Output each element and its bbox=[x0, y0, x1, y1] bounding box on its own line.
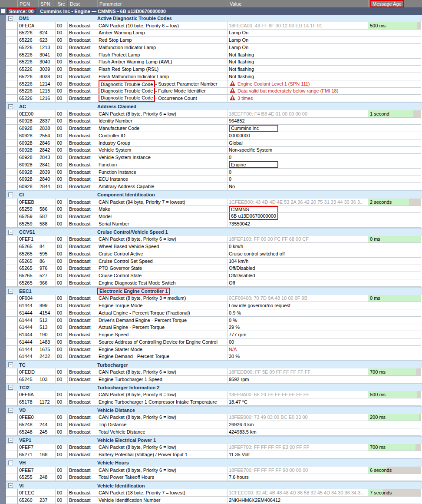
source-row[interactable]: − Source: 00 Cummins Inc • Engine — CMMN… bbox=[0, 7, 422, 15]
pgn-cell: 60928 bbox=[17, 125, 38, 132]
value-text: 0 bbox=[229, 169, 231, 175]
table-row[interactable]: 60928284300BroadcastVehicle System Insta… bbox=[6, 154, 422, 161]
table-row[interactable]: 6527116800BroadcastBattery Potential (Vo… bbox=[6, 451, 422, 458]
column-header-message-age[interactable]: Message Age bbox=[368, 0, 422, 7]
section-header-row[interactable]: −EEC1Electronic Engine Controller 1 bbox=[6, 288, 422, 295]
table-row[interactable]: 0FE9A00BroadcastCAN Packet (8 byte, Prio… bbox=[6, 391, 422, 398]
table-row[interactable]: 6144419000BroadcastEngine Speed777 rpm bbox=[6, 331, 422, 338]
parameter-cell: CAN Packet (94 byte, Priority 7 = lowest… bbox=[97, 199, 227, 206]
collapse-toggle-icon[interactable]: − bbox=[8, 408, 13, 413]
src-cell: 00 bbox=[56, 36, 68, 44]
message-age-cell bbox=[368, 317, 421, 324]
table-row[interactable]: 6526559500BroadcastCruise Control Active… bbox=[6, 250, 422, 258]
table-row[interactable]: 65178117200BroadcastEngine Turbocharger … bbox=[6, 398, 422, 406]
collapse-toggle-icon[interactable]: − bbox=[8, 385, 13, 390]
table-row[interactable]: 61444243200BroadcastEngine Demand - Perc… bbox=[6, 353, 422, 361]
column-header-spn[interactable]: SPN bbox=[38, 0, 56, 7]
table-row[interactable]: 65226304000BroadcastFlash Amber Warning … bbox=[6, 59, 422, 66]
section-header-row[interactable]: −DM1Active Diagnostic Trouble Codes bbox=[6, 15, 422, 22]
table-row[interactable]: 60928284400BroadcastArbitrary Address Ca… bbox=[6, 183, 422, 190]
table-row[interactable]: 6524824400BroadcastTrip Distance26926.4 … bbox=[6, 421, 422, 428]
table-row[interactable]: 6525958800BroadcastSerial Number73550042 bbox=[6, 220, 422, 228]
parameter-cell: Cruise Control State bbox=[97, 272, 227, 279]
table-row[interactable]: 6526596600BroadcastEngine Diagnostic Tes… bbox=[6, 279, 422, 287]
collapse-toggle-icon[interactable]: − bbox=[8, 289, 13, 294]
table-row[interactable]: 0FEEB00BroadcastCAN Packet (94 byte, Pri… bbox=[6, 199, 422, 206]
section-header-row[interactable]: −TCTurbocharger bbox=[6, 361, 422, 368]
table-row[interactable]: 61444167500BroadcastEngine Starter ModeN… bbox=[6, 346, 422, 353]
table-row[interactable]: 0FEE700BroadcastCAN Packet (8 byte, Prio… bbox=[6, 467, 422, 474]
table-row[interactable]: 6525958600BroadcastMakeCMMNS bbox=[6, 206, 422, 213]
table-row[interactable]: 65226121500BroadcastDiagnostic Trouble C… bbox=[6, 88, 422, 95]
table-row[interactable]: 65226304100BroadcastFlash Protect LampNo… bbox=[6, 51, 422, 59]
collapse-toggle-icon[interactable]: − bbox=[1, 9, 6, 13]
section-header-row[interactable]: −CIComponent Identification bbox=[6, 191, 422, 199]
table-row[interactable]: 61444415400BroadcastActual Engine - Perc… bbox=[6, 309, 422, 317]
table-row[interactable]: 6526023700BroadcastVehicle Identificatio… bbox=[6, 497, 422, 504]
table-row[interactable]: 65226303800BroadcastFlash Malfunction In… bbox=[6, 73, 422, 80]
table-row[interactable]: 6522662300BroadcastRed Stop LampLamp On bbox=[6, 36, 422, 44]
table-row[interactable]: 60928283800BroadcastManufacturer CodeCum… bbox=[6, 125, 422, 132]
value-cell: Data valid but moderately below range (F… bbox=[227, 88, 368, 95]
collapse-toggle-icon[interactable]: − bbox=[8, 362, 13, 367]
table-row[interactable]: 61444148300BroadcastSource Address of Co… bbox=[6, 338, 422, 346]
section-header-row[interactable]: −VHVehicle Hours bbox=[6, 459, 422, 467]
table-row[interactable]: 0FEF700BroadcastCAN Packet (8 byte, Prio… bbox=[6, 444, 422, 451]
table-row[interactable]: 60928283700BroadcastIdentity Number96485… bbox=[6, 118, 422, 125]
table-row[interactable]: 6525958700BroadcastModel6B u13D067000000… bbox=[6, 213, 422, 220]
table-row[interactable]: 652658600BroadcastCruise Control Set Spe… bbox=[6, 258, 422, 265]
table-row[interactable]: 0FECA00BroadcastCAN Packet (10 byte, Pri… bbox=[6, 22, 422, 30]
table-row[interactable]: 0FEEC00BroadcastCAN Packet (18 byte, Pri… bbox=[6, 489, 422, 497]
value-text: 1CFEEC00: 32 4E 4B 48 48 4D 36 58 32 45 … bbox=[229, 490, 363, 495]
column-header-value[interactable]: Value bbox=[227, 0, 368, 7]
table-row[interactable]: 6522662400BroadcastAmber Warning LampLam… bbox=[6, 30, 422, 37]
parameter-cell: Flash Protect Lamp bbox=[97, 51, 227, 59]
section-header-row[interactable]: −VIVehicle Identification bbox=[6, 482, 422, 489]
column-header-src[interactable]: Src bbox=[56, 0, 68, 7]
table-row[interactable]: 65226121600BroadcastDiagnostic Trouble C… bbox=[6, 95, 422, 102]
section-header-row[interactable]: −ACAddress Claimed bbox=[6, 103, 422, 110]
dest-cell: Broadcast bbox=[68, 467, 97, 474]
collapse-toggle-icon[interactable]: − bbox=[8, 483, 13, 488]
table-row[interactable]: 65226121300BroadcastMalfunction Indicato… bbox=[6, 44, 422, 51]
section-header-row[interactable]: −VDVehicle Distance bbox=[6, 407, 422, 414]
collapse-toggle-icon[interactable]: − bbox=[8, 192, 13, 197]
table-row[interactable]: 60928284600BroadcastIndustry GroupGlobal bbox=[6, 139, 422, 147]
table-row[interactable]: 6526552700BroadcastCruise Control StateO… bbox=[6, 272, 422, 279]
table-row[interactable]: 6526597600BroadcastPTO Governor StateOff… bbox=[6, 265, 422, 272]
pgn-cell: 0FEEB bbox=[17, 199, 38, 206]
table-row[interactable]: 65226303900BroadcastFlash Red Stop Lamp … bbox=[6, 66, 422, 73]
table-row[interactable]: 6524824500BroadcastTotal Vehicle Distanc… bbox=[6, 428, 422, 436]
column-header-dest[interactable]: Dest bbox=[68, 0, 97, 7]
table-row[interactable]: 0EE0000BroadcastCAN Packet (8 byte, Prio… bbox=[6, 110, 422, 118]
table-row[interactable]: 60928283900BroadcastFunction Instance0 bbox=[6, 169, 422, 176]
section-header-row[interactable]: −VEP1Vehicle Electrical Power 1 bbox=[6, 437, 422, 444]
table-row[interactable]: 60928284200BroadcastVehicle SystemNon-sp… bbox=[6, 147, 422, 154]
table-row[interactable]: 0FEDD00BroadcastCAN Packet (8 byte, Prio… bbox=[6, 368, 422, 376]
collapse-toggle-icon[interactable]: − bbox=[8, 104, 13, 109]
collapse-toggle-icon[interactable]: − bbox=[8, 438, 13, 443]
table-row[interactable]: 0F00400BroadcastCAN Packet (8 byte, Prio… bbox=[6, 295, 422, 302]
table-row[interactable]: 6525524800BroadcastTotal Power Takeoff H… bbox=[6, 474, 422, 481]
spn-cell: 2844 bbox=[38, 183, 56, 190]
table-row[interactable]: 0FEF100BroadcastCAN Packet (8 byte, Prio… bbox=[6, 236, 422, 243]
value-text: 7.6 hours bbox=[229, 474, 249, 480]
collapse-toggle-icon[interactable]: − bbox=[8, 461, 13, 465]
table-row[interactable]: 65226121400BroadcastDiagnostic Trouble C… bbox=[6, 80, 422, 88]
column-header-parameter[interactable]: Parameter bbox=[97, 0, 227, 7]
src-cell: 00 bbox=[56, 88, 68, 95]
table-row[interactable]: 6524510300BroadcastEngine Turbocharger 1… bbox=[6, 376, 422, 383]
collapse-toggle-icon[interactable]: − bbox=[8, 16, 13, 21]
table-row[interactable]: 60928255400BroadcastController ID0000000… bbox=[6, 132, 422, 139]
table-row[interactable]: 60928284100BroadcastFunctionEngine bbox=[6, 161, 422, 169]
column-header-pgn[interactable]: PGN bbox=[17, 0, 38, 7]
table-row[interactable]: 6144489900BroadcastEngine Torque ModeLow… bbox=[6, 302, 422, 309]
table-row[interactable]: 0FEE000BroadcastCAN Packet (8 byte, Prio… bbox=[6, 414, 422, 421]
section-header-row[interactable]: −TCI2Turbocharger Information 2 bbox=[6, 384, 422, 391]
table-row[interactable]: 652658400BroadcastWheel-Based Vehicle Sp… bbox=[6, 243, 422, 250]
collapse-toggle-icon[interactable]: − bbox=[8, 230, 13, 235]
section-header-row[interactable]: −CCVS1Cruise Control/Vehicle Speed 1 bbox=[6, 229, 422, 236]
table-row[interactable]: 6144451300BroadcastActual Engine - Perce… bbox=[6, 324, 422, 332]
table-row[interactable]: 6144451200BroadcastDriver's Demand Engin… bbox=[6, 317, 422, 324]
table-row[interactable]: 60928284000BroadcastECU Instance0 bbox=[6, 176, 422, 183]
